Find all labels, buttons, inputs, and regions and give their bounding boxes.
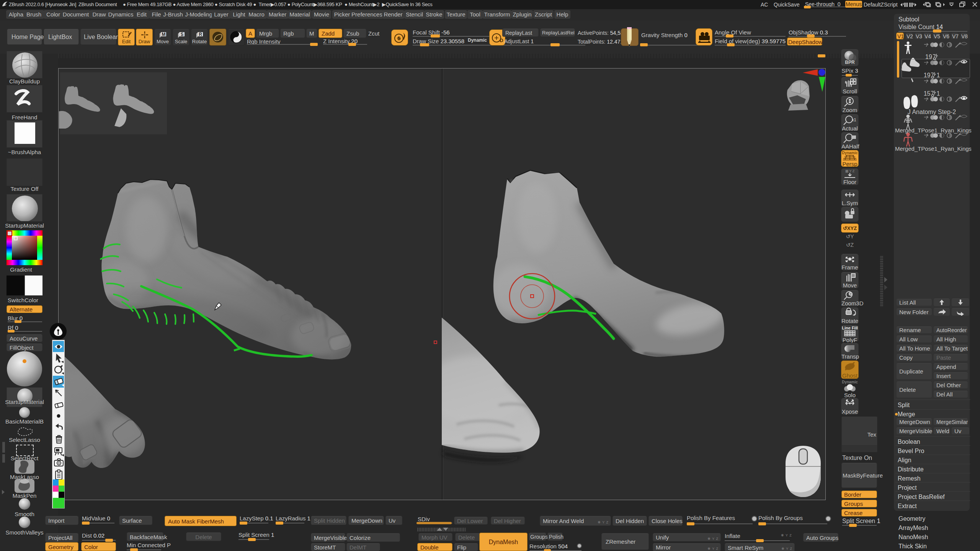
svg-text:D: D xyxy=(500,37,503,43)
svg-text:R: R xyxy=(199,32,202,37)
svg-text:BPR: BPR xyxy=(845,60,855,65)
svg-text:M: M xyxy=(162,32,166,37)
svg-text:x1: x1 xyxy=(852,117,856,122)
svg-text:S: S xyxy=(180,32,183,37)
